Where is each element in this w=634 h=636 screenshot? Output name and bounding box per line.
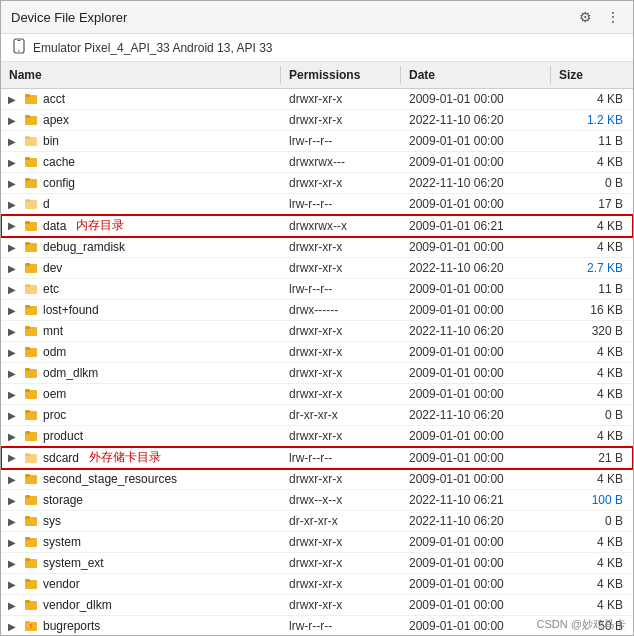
- expand-chevron[interactable]: ▶: [5, 240, 19, 254]
- table-row[interactable]: ▶vendordrwxr-xr-x2009-01-01 00:004 KB: [1, 574, 633, 595]
- expand-chevron[interactable]: ▶: [5, 282, 19, 296]
- folder-icon: [23, 91, 39, 107]
- name-cell: ▶second_stage_resources: [1, 469, 281, 489]
- expand-chevron[interactable]: ▶: [5, 472, 19, 486]
- file-name: bugreports: [43, 619, 100, 633]
- permissions-cell: lrw-r--r--: [281, 280, 401, 298]
- expand-chevron[interactable]: ▶: [5, 324, 19, 338]
- expand-chevron[interactable]: ▶: [5, 619, 19, 633]
- expand-chevron[interactable]: ▶: [5, 345, 19, 359]
- expand-chevron[interactable]: ▶: [5, 598, 19, 612]
- expand-chevron[interactable]: ▶: [5, 113, 19, 127]
- folder-icon: [23, 323, 39, 339]
- folder-icon: [23, 471, 39, 487]
- file-name: storage: [43, 493, 83, 507]
- name-cell: ▶sys: [1, 511, 281, 531]
- expand-chevron[interactable]: ▶: [5, 134, 19, 148]
- svg-rect-14: [25, 199, 30, 202]
- size-cell: 0 B: [551, 512, 631, 530]
- expand-chevron[interactable]: ▶: [5, 155, 19, 169]
- expand-chevron[interactable]: ▶: [5, 535, 19, 549]
- table-row[interactable]: ▶debug_ramdiskdrwxr-xr-x2009-01-01 00:00…: [1, 237, 633, 258]
- name-cell: ▶mnt: [1, 321, 281, 341]
- name-cell: ▶proc: [1, 405, 281, 425]
- date-cell: 2009-01-01 00:00: [401, 554, 551, 572]
- table-row[interactable]: ▶odmdrwxr-xr-x2009-01-01 00:004 KB: [1, 342, 633, 363]
- date-cell: 2009-01-01 00:00: [401, 470, 551, 488]
- expand-chevron[interactable]: ▶: [5, 197, 19, 211]
- table-row[interactable]: ▶apexdrwxr-xr-x2022-11-10 06:201.2 KB: [1, 110, 633, 131]
- settings-icon[interactable]: ⚙: [575, 7, 595, 27]
- size-cell: 4 KB: [551, 238, 631, 256]
- device-bar: Emulator Pixel_4_API_33 Android 13, API …: [1, 34, 633, 62]
- expand-chevron[interactable]: ▶: [5, 451, 19, 465]
- table-row[interactable]: ▶lost+founddrwx------2009-01-01 00:0016 …: [1, 300, 633, 321]
- table-row[interactable]: ▶etclrw-r--r--2009-01-01 00:0011 B: [1, 279, 633, 300]
- table-row[interactable]: ▶systemdrwxr-xr-x2009-01-01 00:004 KB: [1, 532, 633, 553]
- table-row[interactable]: ▶storagedrwx--x--x2022-11-10 06:21100 B: [1, 490, 633, 511]
- svg-rect-20: [25, 263, 30, 266]
- permissions-cell: dr-xr-xr-x: [281, 406, 401, 424]
- table-row[interactable]: ▶sdcard外存储卡目录lrw-r--r--2009-01-01 00:002…: [1, 447, 633, 469]
- name-cell: ▶bin: [1, 131, 281, 151]
- svg-rect-26: [25, 326, 30, 329]
- expand-chevron[interactable]: ▶: [5, 219, 19, 233]
- date-cell: 2009-01-01 00:00: [401, 132, 551, 150]
- date-cell: 2009-01-01 00:00: [401, 153, 551, 171]
- table-row[interactable]: ▶vendor_dlkmdrwxr-xr-x2009-01-01 00:004 …: [1, 595, 633, 616]
- expand-chevron[interactable]: ▶: [5, 303, 19, 317]
- date-cell: 2009-01-01 00:00: [401, 533, 551, 551]
- table-row[interactable]: ▶dlrw-r--r--2009-01-01 00:0017 B: [1, 194, 633, 215]
- name-cell: ▶odm: [1, 342, 281, 362]
- table-row[interactable]: ▶mntdrwxr-xr-x2022-11-10 06:20320 B: [1, 321, 633, 342]
- date-cell: 2022-11-10 06:20: [401, 406, 551, 424]
- table-row[interactable]: ▶acctdrwxr-xr-x2009-01-01 00:004 KB: [1, 89, 633, 110]
- expand-chevron[interactable]: ▶: [5, 429, 19, 443]
- name-cell: ▶sdcard外存储卡目录: [1, 447, 281, 468]
- table-row[interactable]: ▶second_stage_resourcesdrwxr-xr-x2009-01…: [1, 469, 633, 490]
- expand-chevron[interactable]: ▶: [5, 366, 19, 380]
- permissions-cell: drwxr-xr-x: [281, 533, 401, 551]
- table-row[interactable]: ▶odm_dlkmdrwxr-xr-x2009-01-01 00:004 KB: [1, 363, 633, 384]
- more-icon[interactable]: ⋮: [603, 7, 623, 27]
- expand-chevron[interactable]: ▶: [5, 387, 19, 401]
- file-name: sys: [43, 514, 61, 528]
- svg-rect-32: [25, 389, 30, 392]
- size-cell: 4 KB: [551, 427, 631, 445]
- file-name: etc: [43, 282, 59, 296]
- file-name: vendor_dlkm: [43, 598, 112, 612]
- file-name: odm: [43, 345, 66, 359]
- size-cell: 11 B: [551, 280, 631, 298]
- file-name: cache: [43, 155, 75, 169]
- table-row[interactable]: ▶data内存目录drwxrwx--x2009-01-01 06:214 KB: [1, 215, 633, 237]
- name-cell: ▶storage: [1, 490, 281, 510]
- table-row[interactable]: ▶configdrwxr-xr-x2022-11-10 06:200 B: [1, 173, 633, 194]
- permissions-cell: lrw-r--r--: [281, 617, 401, 635]
- file-name: sdcard: [43, 451, 79, 465]
- size-cell: 4 KB: [551, 470, 631, 488]
- expand-chevron[interactable]: ▶: [5, 176, 19, 190]
- table-row[interactable]: ▶productdrwxr-xr-x2009-01-01 00:004 KB: [1, 426, 633, 447]
- expand-chevron[interactable]: ▶: [5, 493, 19, 507]
- table-row[interactable]: ▶system_extdrwxr-xr-x2009-01-01 00:004 K…: [1, 553, 633, 574]
- table-row[interactable]: ▶binlrw-r--r--2009-01-01 00:0011 B: [1, 131, 633, 152]
- table-row[interactable]: ▶oemdrwxr-xr-x2009-01-01 00:004 KB: [1, 384, 633, 405]
- size-cell: 0 B: [551, 174, 631, 192]
- permissions-cell: drwxr-xr-x: [281, 364, 401, 382]
- expand-chevron[interactable]: ▶: [5, 261, 19, 275]
- expand-chevron[interactable]: ▶: [5, 577, 19, 591]
- size-cell: 1.2 KB: [551, 111, 631, 129]
- date-cell: 2009-01-01 00:00: [401, 195, 551, 213]
- table-row[interactable]: ▶devdrwxr-xr-x2022-11-10 06:202.7 KB: [1, 258, 633, 279]
- expand-chevron[interactable]: ▶: [5, 556, 19, 570]
- expand-chevron[interactable]: ▶: [5, 408, 19, 422]
- svg-point-2: [18, 50, 20, 52]
- file-name: system_ext: [43, 556, 104, 570]
- table-row[interactable]: ▶sysdr-xr-xr-x2022-11-10 06:200 B: [1, 511, 633, 532]
- table-row[interactable]: ▶cachedrwxrwx---2009-01-01 00:004 KB: [1, 152, 633, 173]
- name-cell: ▶dev: [1, 258, 281, 278]
- expand-chevron[interactable]: ▶: [5, 514, 19, 528]
- table-row[interactable]: ▶procdr-xr-xr-x2022-11-10 06:200 B: [1, 405, 633, 426]
- expand-chevron[interactable]: ▶: [5, 92, 19, 106]
- date-cell: 2022-11-10 06:20: [401, 259, 551, 277]
